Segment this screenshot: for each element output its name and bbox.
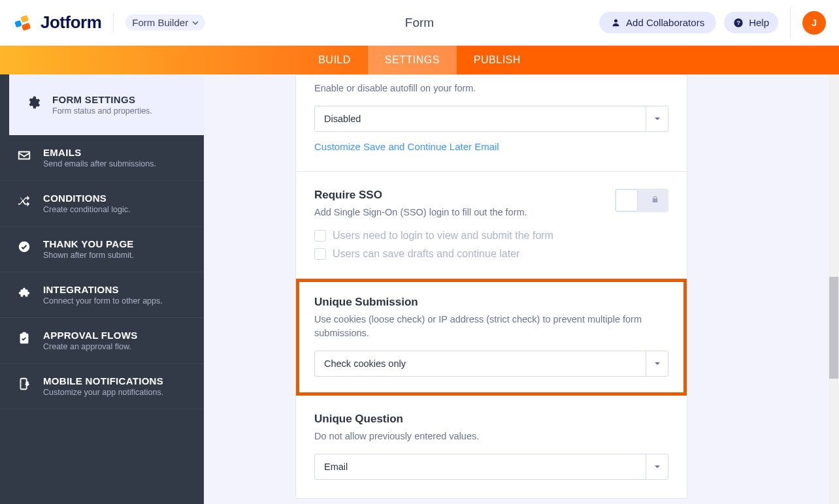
check-circle-icon [16,240,33,254]
sso-option-login-label: Users need to login to view and submit t… [333,230,553,242]
add-collaborators-label: Add Collaborators [626,17,704,28]
customize-save-continue-link[interactable]: Customize Save and Continue Later Email [314,141,499,152]
unique-question-desc: Do not allow previously entered values. [314,430,668,443]
sidebar-item-integrations[interactable]: INTEGRATIONS Connect your form to other … [0,272,204,318]
chevron-down-icon [646,351,668,376]
svg-point-3 [614,20,617,23]
chevron-down-icon [646,454,668,479]
sidebar-item-desc: Shown after form submit. [43,251,134,260]
sso-title: Require SSO [314,189,615,202]
sidebar-item-desc: Create conditional logic. [43,205,130,214]
form-builder-dropdown[interactable]: Form Builder [125,14,205,31]
sidebar-item-desc: Customize your app notifications. [43,388,163,397]
lock-icon [651,195,659,207]
sidebar-item-title: THANK YOU PAGE [43,238,134,249]
svg-rect-1 [20,14,29,22]
sidebar-item-thank-you[interactable]: THANK YOU PAGE Shown after form submit. [0,227,204,272]
unique-submission-title: Unique Submission [314,296,668,309]
settings-panel: Enable or disable autofill on your form.… [295,74,687,499]
toggle-knob [616,189,638,212]
sidebar-item-emails[interactable]: EMAILS Send emails after submissions. [0,135,204,181]
app-header: Jotform Form Builder Form Add Collaborat… [0,0,839,46]
add-collaborators-button[interactable]: Add Collaborators [599,12,716,33]
sidebar-item-title: INTEGRATIONS [43,284,163,295]
sidebar-item-title: MOBILE NOTIFICATIONS [43,375,163,386]
sidebar-item-title: APPROVAL FLOWS [43,330,137,341]
clipboard-check-icon [16,331,33,345]
unique-question-title: Unique Question [314,413,668,426]
tab-build[interactable]: BUILD [301,46,368,74]
svg-rect-0 [14,20,22,27]
envelope-icon [16,148,33,163]
avatar-initial: J [812,17,817,28]
puzzle-icon [16,285,33,300]
svg-text:?: ? [736,20,740,26]
logo[interactable]: Jotform [14,12,101,33]
header-divider-2 [790,7,791,39]
jotform-logo-icon [14,13,34,33]
sidebar-item-title: EMAILS [43,147,156,158]
sso-toggle[interactable] [615,189,668,212]
sso-option-drafts-row[interactable]: Users can save drafts and continue later [314,248,668,260]
unique-question-select[interactable]: Email [314,454,668,480]
sidebar-item-desc: Send emails after submissions. [43,159,156,168]
scrollbar-thumb[interactable] [829,277,838,379]
checkbox[interactable] [314,248,326,260]
section-require-sso: Require SSO Add Single Sign-On (SSO) log… [296,172,687,279]
sso-desc: Add Single Sign-On (SSO) login to fill o… [314,206,615,219]
shuffle-icon [16,194,33,208]
chevron-down-icon [192,20,199,26]
person-icon [611,18,621,27]
section-unique-question: Unique Question Do not allow previously … [296,396,687,498]
svg-rect-2 [22,22,31,31]
section-autofill: Enable or disable autofill on your form.… [296,75,687,172]
unique-submission-select-value: Check cookies only [315,358,415,369]
tab-settings[interactable]: SETTINGS [368,46,457,74]
content-area: Enable or disable autofill on your form.… [204,74,839,504]
sidebar-item-desc: Connect your form to other apps. [43,296,163,306]
autofill-select-value: Disabled [315,114,370,124]
logo-text: Jotform [41,12,101,33]
sidebar-item-mobile-notifications[interactable]: MOBILE NOTIFICATIONS Customize your app … [0,364,204,409]
form-builder-label: Form Builder [132,17,188,28]
sso-option-drafts-label: Users can save drafts and continue later [333,248,519,260]
workspace: FORM SETTINGS Form status and properties… [0,74,839,504]
unique-submission-select[interactable]: Check cookies only [314,351,668,377]
svg-rect-8 [22,332,26,335]
sidebar-item-title: CONDITIONS [43,193,130,204]
sidebar-item-form-settings[interactable]: FORM SETTINGS Form status and properties… [9,74,204,135]
help-icon: ? [733,18,744,28]
tab-publish[interactable]: PUBLISH [457,46,538,74]
sso-option-login-row[interactable]: Users need to login to view and submit t… [314,230,668,242]
sidebar-item-desc: Create an approval flow. [43,342,137,351]
page-title: Form [405,16,434,30]
gear-icon [25,95,42,110]
mobile-bell-icon [16,377,33,391]
settings-sidebar: FORM SETTINGS Form status and properties… [0,74,204,504]
sidebar-item-conditions[interactable]: CONDITIONS Create conditional logic. [0,181,204,227]
unique-submission-desc: Use cookies (loose check) or IP address … [314,313,668,340]
autofill-desc: Enable or disable autofill on your form. [314,82,668,95]
user-avatar[interactable]: J [802,11,826,35]
section-unique-submission: Unique Submission Use cookies (loose che… [296,279,687,396]
autofill-select[interactable]: Disabled [314,106,668,132]
help-label: Help [749,17,769,28]
header-right: Add Collaborators ? Help J [599,7,826,39]
scrollbar-track[interactable] [829,74,839,504]
main-tabs: BUILD SETTINGS PUBLISH [0,46,839,74]
checkbox[interactable] [314,230,326,242]
sidebar-item-title: FORM SETTINGS [52,94,152,105]
header-divider [113,13,114,33]
chevron-down-icon [646,106,668,131]
help-button[interactable]: ? Help [724,12,778,33]
sidebar-item-approval-flows[interactable]: APPROVAL FLOWS Create an approval flow. [0,318,204,364]
unique-question-select-value: Email [315,462,357,472]
sidebar-item-desc: Form status and properties. [52,106,152,116]
